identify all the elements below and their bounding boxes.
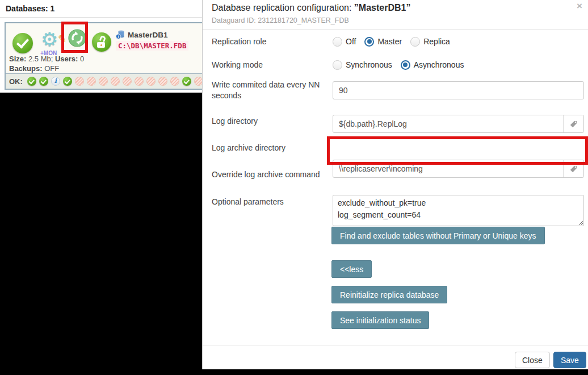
backups-label: Backups: bbox=[9, 64, 43, 73]
working-mode-group: Synchronous Asynchronous bbox=[333, 59, 584, 71]
radio-master-circle[interactable] bbox=[364, 37, 374, 47]
status-off-icon[interactable] bbox=[123, 77, 132, 86]
footer-separator bbox=[203, 345, 588, 345]
users-value: 0 bbox=[80, 55, 84, 63]
radio-replica-circle[interactable] bbox=[410, 37, 420, 47]
log-directory-input[interactable] bbox=[333, 115, 584, 133]
log-archive-directory-wrap bbox=[333, 160, 584, 178]
databases-count-header: Databases: 1 bbox=[6, 4, 54, 13]
log-directory-label: Log directory bbox=[212, 116, 330, 127]
status-check-icon[interactable] bbox=[63, 77, 72, 86]
write-every-label: Write commited data every NN seconds bbox=[212, 80, 330, 101]
database-path-badge: C:\DB\MASTER.FDB bbox=[116, 41, 188, 51]
radio-replica[interactable]: Replica bbox=[410, 37, 450, 47]
reinitialize-replica-button[interactable]: Reinitialize replica database bbox=[331, 286, 447, 303]
size-label: Size: bbox=[9, 55, 26, 63]
db-ok-status-icon bbox=[12, 33, 33, 53]
close-icon[interactable]: × bbox=[577, 1, 582, 12]
status-info-icon[interactable] bbox=[51, 77, 60, 86]
unlock-icon[interactable] bbox=[92, 32, 111, 52]
radio-off-circle[interactable] bbox=[333, 37, 342, 47]
size-value: 2.5 Mb; bbox=[28, 55, 53, 63]
radio-master[interactable]: Master bbox=[364, 37, 402, 47]
log-directory-tag-addon[interactable] bbox=[563, 115, 583, 132]
status-off-icon[interactable] bbox=[75, 77, 84, 86]
write-every-input[interactable] bbox=[333, 81, 584, 99]
tag-icon bbox=[569, 120, 578, 128]
databases-panel: Databases: 1 ⚙ ✎ +MON bbox=[0, 0, 202, 93]
radio-synchronous-circle[interactable] bbox=[333, 60, 342, 70]
replication-role-label: Replication role bbox=[212, 36, 330, 47]
optional-parameters-textarea[interactable]: exclude_without_pk=true log_segment_coun… bbox=[333, 195, 584, 226]
status-off-icon[interactable] bbox=[146, 77, 156, 86]
radio-asynchronous[interactable]: Asynchronous bbox=[401, 60, 464, 70]
radio-off[interactable]: Off bbox=[333, 37, 356, 47]
radio-replica-label: Replica bbox=[423, 37, 450, 46]
radio-synchronous-label: Synchronous bbox=[346, 60, 392, 69]
radio-off-label: Off bbox=[346, 37, 356, 46]
radio-synchronous[interactable]: Synchronous bbox=[333, 60, 392, 70]
log-archive-directory-label: Log archive directory bbox=[212, 143, 330, 153]
database-icon: i bbox=[116, 30, 125, 39]
status-off-icon[interactable] bbox=[158, 77, 167, 86]
dataguard-id: Dataguard ID: 2312181720_MASTER_FDB bbox=[212, 16, 349, 24]
database-name[interactable]: MasterDB1 bbox=[128, 31, 168, 39]
status-off-icon[interactable] bbox=[99, 77, 108, 86]
log-archive-directory-input[interactable] bbox=[333, 160, 584, 178]
optional-parameters-label: Optional parameters bbox=[212, 197, 330, 207]
radio-master-label: Master bbox=[377, 37, 402, 46]
log-directory-wrap bbox=[333, 115, 584, 133]
status-check-icon[interactable] bbox=[39, 77, 48, 86]
status-off-icon[interactable] bbox=[194, 77, 202, 86]
status-off-icon[interactable] bbox=[111, 77, 120, 86]
backups-line: Backups: OFF bbox=[9, 64, 59, 73]
dialog-title-prefix: Database replication configuration: bbox=[212, 3, 354, 13]
status-off-icon[interactable] bbox=[87, 77, 96, 86]
monitoring-gear-icon[interactable]: ⚙ ✎ +MON bbox=[40, 32, 65, 57]
status-check-icon[interactable] bbox=[182, 77, 191, 86]
dialog-title: Database replication configuration: ”Mas… bbox=[212, 3, 410, 13]
status-check-icon[interactable] bbox=[27, 77, 36, 86]
users-label: Users: bbox=[55, 55, 78, 63]
database-card: ⚙ ✎ +MON bbox=[5, 22, 202, 90]
replication-config-dialog: Database replication configuration: ”Mas… bbox=[202, 0, 588, 369]
lock-keyhole bbox=[100, 44, 103, 47]
find-exclude-tables-button[interactable]: Find and exclude tables without Primary … bbox=[331, 227, 545, 244]
log-archive-tag-addon[interactable] bbox=[563, 160, 583, 177]
dialog-title-dbname: ”MasterDB1” bbox=[354, 3, 411, 13]
status-off-icon[interactable] bbox=[170, 77, 179, 86]
status-off-icon[interactable] bbox=[135, 77, 144, 86]
less-button[interactable]: <<less bbox=[331, 260, 372, 278]
write-every-wrap bbox=[333, 81, 584, 99]
pencil-icon: ✎ bbox=[58, 33, 66, 45]
save-button[interactable]: Save bbox=[553, 352, 586, 368]
working-mode-label: Working mode bbox=[212, 60, 330, 70]
jobs-status-strip: OK: bbox=[6, 73, 202, 89]
header-separator bbox=[203, 29, 588, 30]
optional-parameters-wrap: exclude_without_pk=true log_segment_coun… bbox=[333, 195, 584, 228]
tag-icon bbox=[569, 165, 578, 173]
close-button[interactable]: Close bbox=[515, 352, 550, 368]
radio-asynchronous-circle[interactable] bbox=[401, 60, 410, 70]
gear-icon: ⚙ bbox=[41, 28, 58, 51]
replication-role-group: Off Master Replica bbox=[333, 35, 584, 48]
replication-icon[interactable] bbox=[68, 29, 86, 47]
backups-value: OFF bbox=[44, 64, 59, 73]
panel-separator bbox=[0, 17, 202, 18]
size-users-line: Size: 2.5 Mb; Users: 0 bbox=[9, 55, 84, 63]
lock-shackle bbox=[99, 35, 107, 43]
radio-asynchronous-label: Asynchronous bbox=[414, 60, 464, 69]
override-command-label: Override log archive command bbox=[212, 169, 330, 180]
ok-label: OK: bbox=[9, 77, 23, 86]
see-initialization-status-button[interactable]: See initialization status bbox=[331, 311, 429, 329]
